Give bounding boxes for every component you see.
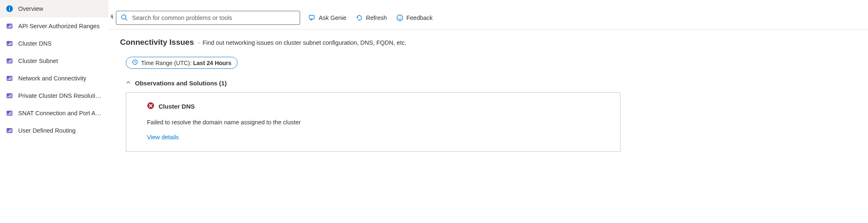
svg-rect-28 <box>8 131 9 132</box>
svg-rect-4 <box>8 27 9 28</box>
refresh-icon <box>356 14 363 22</box>
sidebar-item-label: Overview <box>18 5 43 12</box>
svg-rect-5 <box>9 26 10 28</box>
observation-card: Cluster DNS Failed to resolve the domain… <box>126 92 620 152</box>
sidebar-item-label: API Server Authorized Ranges <box>18 23 100 29</box>
view-details-link[interactable]: View details <box>147 134 179 141</box>
svg-rect-16 <box>8 79 9 80</box>
card-title: Cluster DNS <box>159 103 195 110</box>
svg-rect-10 <box>11 42 12 45</box>
sidebar-item-user-defined-routing[interactable]: User Defined Routing <box>0 122 108 139</box>
svg-rect-22 <box>11 94 12 97</box>
genie-icon <box>308 14 316 22</box>
diagnostic-icon <box>6 75 13 82</box>
svg-rect-21 <box>9 95 10 98</box>
observations-header[interactable]: Observations and Solutions (1) <box>126 80 856 87</box>
svg-rect-29 <box>9 130 10 133</box>
feedback-label: Feedback <box>406 15 433 21</box>
page-body: Connectivity Issues -Find out networking… <box>108 29 868 160</box>
svg-rect-13 <box>9 61 10 63</box>
svg-rect-6 <box>11 24 12 28</box>
svg-rect-30 <box>11 129 12 132</box>
card-description: Failed to resolve the domain name assign… <box>147 119 599 126</box>
sidebar-item-label: User Defined Routing <box>18 127 76 134</box>
info-icon <box>6 5 13 12</box>
svg-rect-20 <box>8 96 9 97</box>
svg-rect-33 <box>309 15 314 19</box>
refresh-label: Refresh <box>366 15 387 21</box>
svg-line-32 <box>125 19 127 20</box>
sidebar-item-label: Private Cluster DNS Resolutio… <box>18 92 103 99</box>
page-title-row: Connectivity Issues -Find out networking… <box>120 38 856 47</box>
toolbar: Ask Genie Refresh Feedback <box>108 0 868 29</box>
svg-point-36 <box>400 17 401 17</box>
sidebar-item-label: Network and Connectivity <box>18 75 86 82</box>
feedback-icon <box>396 14 404 22</box>
diagnostic-icon <box>6 109 13 117</box>
sidebar-item-network-connectivity[interactable]: Network and Connectivity <box>0 70 108 87</box>
diagnostic-icon <box>6 92 13 99</box>
sidebar-item-private-cluster-dns[interactable]: Private Cluster DNS Resolutio… <box>0 87 108 104</box>
svg-rect-17 <box>9 78 10 80</box>
svg-rect-14 <box>11 59 12 63</box>
feedback-button[interactable]: Feedback <box>395 12 434 23</box>
collapse-sidebar-icon[interactable] <box>110 13 114 19</box>
card-title-row: Cluster DNS <box>147 102 599 111</box>
sidebar-item-cluster-subnet[interactable]: Cluster Subnet <box>0 52 108 70</box>
search-input[interactable] <box>132 15 296 21</box>
sidebar-item-cluster-dns[interactable]: Cluster DNS <box>0 35 108 52</box>
time-range-pill[interactable]: Time Range (UTC): Last 24 Hours <box>126 57 238 69</box>
time-range-prefix: Time Range (UTC): <box>141 60 193 66</box>
time-range-label: Time Range (UTC): Last 24 Hours <box>141 60 231 66</box>
diagnostic-icon <box>6 22 13 30</box>
search-box[interactable] <box>116 11 300 25</box>
svg-rect-9 <box>9 43 10 46</box>
svg-point-34 <box>397 15 403 21</box>
svg-rect-18 <box>11 77 12 80</box>
time-range-value: Last 24 Hours <box>193 60 232 66</box>
ask-genie-label: Ask Genie <box>319 15 346 21</box>
svg-rect-12 <box>8 61 9 63</box>
main-content: Ask Genie Refresh Feedback Connectivity … <box>108 0 868 223</box>
clock-icon <box>132 59 138 66</box>
chevron-up-icon <box>126 80 131 86</box>
sidebar-item-snat-connection[interactable]: SNAT Connection and Port Al… <box>0 104 108 122</box>
sidebar-item-api-server-authorized-ranges[interactable]: API Server Authorized Ranges <box>0 17 108 35</box>
svg-point-2 <box>9 7 10 7</box>
diagnostic-icon <box>6 57 13 65</box>
error-icon <box>147 102 154 111</box>
diagnostic-icon <box>6 40 13 47</box>
svg-rect-25 <box>9 113 10 115</box>
observations-title: Observations and Solutions (1) <box>135 80 227 87</box>
sidebar-item-label: SNAT Connection and Port Al… <box>18 110 103 116</box>
sidebar-item-overview[interactable]: Overview <box>0 0 108 17</box>
refresh-button[interactable]: Refresh <box>355 12 388 23</box>
ask-genie-button[interactable]: Ask Genie <box>308 12 347 23</box>
svg-point-35 <box>398 17 399 17</box>
svg-rect-1 <box>9 8 10 11</box>
sidebar-item-label: Cluster DNS <box>18 40 52 47</box>
svg-rect-26 <box>11 112 12 115</box>
page-subtitle: -Find out networking issues on cluster s… <box>198 39 406 46</box>
svg-rect-24 <box>8 114 9 115</box>
svg-rect-8 <box>8 44 9 45</box>
page-subtitle-text: Find out networking issues on cluster su… <box>202 39 406 46</box>
sidebar-item-label: Cluster Subnet <box>18 58 58 64</box>
page-title: Connectivity Issues <box>120 38 194 47</box>
sidebar: Overview API Server Authorized Ranges Cl… <box>0 0 108 223</box>
search-icon <box>120 14 128 22</box>
diagnostic-icon <box>6 127 13 134</box>
